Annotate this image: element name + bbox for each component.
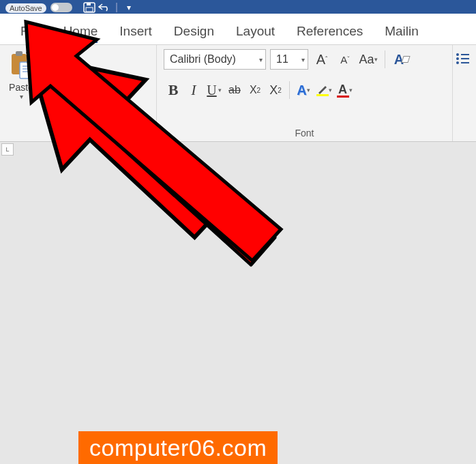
svg-rect-14	[45, 71, 52, 79]
text-effects-button[interactable]: A ▾	[294, 81, 313, 100]
font-name-value: Calibri (Body)	[170, 53, 236, 66]
tab-design[interactable]: Design	[163, 17, 225, 44]
tab-insert[interactable]: Insert	[108, 17, 163, 44]
svg-point-17	[456, 53, 459, 56]
ribbon: Paste ▾ C	[0, 45, 476, 142]
tab-layout[interactable]: Layout	[225, 17, 286, 44]
superscript-button[interactable]: X2	[266, 81, 285, 100]
cut-button[interactable]: C	[41, 50, 119, 67]
font-name-select[interactable]: Calibri (Body) ▾	[164, 49, 266, 70]
watermark: computer06.com	[78, 431, 278, 464]
highlight-color-button[interactable]: ▾	[314, 81, 333, 100]
italic-button[interactable]: I	[184, 81, 203, 100]
format-painter-button[interactable]: Format Painter	[41, 86, 119, 102]
svg-rect-16	[46, 94, 48, 100]
eraser-icon	[402, 56, 411, 63]
title-bar: AutoSave ▾	[0, 0, 476, 14]
font-group: Calibri (Body) ▾ 11 ▾ A ˆ Aˇ Aa▾	[157, 45, 453, 141]
underline-button[interactable]: U▾	[205, 81, 224, 100]
change-case-button[interactable]: Aa▾	[359, 50, 378, 69]
tab-home[interactable]: Home	[53, 17, 109, 44]
paste-button[interactable]: Paste ▾	[7, 49, 35, 102]
shrink-font-button[interactable]: Aˇ	[336, 50, 355, 69]
font-color-swatch	[337, 96, 349, 98]
font-group-label: Font	[164, 125, 445, 139]
font-color-button[interactable]: A ▾	[335, 81, 354, 100]
svg-rect-1	[87, 3, 91, 5]
ribbon-tabs: File Home Insert Design Layout Reference…	[0, 14, 476, 45]
font-size-select[interactable]: 11 ▾	[270, 49, 308, 70]
scissors-icon	[41, 53, 53, 65]
qat-divider	[116, 3, 117, 12]
ruler-tab-indicator[interactable]: L	[1, 143, 14, 156]
tab-file[interactable]: File	[10, 17, 53, 44]
divider	[289, 81, 290, 99]
tab-references[interactable]: References	[286, 17, 374, 44]
strikethrough-button[interactable]: ab	[225, 81, 244, 100]
autosave-label: AutoSave	[5, 3, 46, 13]
document-area[interactable]: L	[0, 142, 476, 464]
paste-icon	[7, 49, 35, 82]
bold-button[interactable]: B	[164, 81, 183, 100]
qat-customize-icon[interactable]: ▾	[121, 1, 136, 14]
svg-rect-2	[86, 8, 93, 12]
autosave-toggle[interactable]	[50, 3, 72, 12]
subscript-button[interactable]: X2	[246, 81, 265, 100]
cut-label-partial: C	[56, 53, 63, 64]
clipboard-group-label: Clipboard	[7, 125, 149, 139]
grow-font-button[interactable]: A ˆ	[312, 50, 331, 69]
svg-point-21	[456, 61, 459, 64]
svg-point-19	[456, 57, 459, 60]
tab-mailings[interactable]: Mailin	[374, 17, 430, 44]
chevron-down-icon[interactable]: ▾	[256, 56, 263, 63]
svg-rect-4	[16, 51, 23, 56]
chevron-down-icon[interactable]: ▾	[20, 93, 23, 100]
font-size-value: 11	[276, 53, 288, 66]
format-painter-label: Format Painter	[56, 89, 119, 100]
clipboard-group: Paste ▾ C	[0, 45, 157, 141]
copy-button[interactable]	[41, 68, 119, 85]
paragraph-group-partial	[453, 45, 476, 141]
chevron-down-icon[interactable]: ▾	[299, 56, 305, 63]
highlight-swatch	[316, 94, 329, 96]
undo-icon[interactable]	[97, 1, 112, 14]
paintbrush-icon	[41, 88, 53, 100]
divider	[385, 50, 385, 68]
svg-rect-5	[20, 62, 32, 78]
svg-rect-15	[45, 89, 50, 94]
clear-formatting-button[interactable]: A	[392, 50, 411, 69]
save-icon[interactable]	[82, 1, 97, 14]
copy-icon	[41, 70, 53, 83]
highlight-pen-icon	[317, 85, 328, 94]
paste-label: Paste	[9, 82, 33, 93]
bullets-button[interactable]	[456, 52, 473, 66]
